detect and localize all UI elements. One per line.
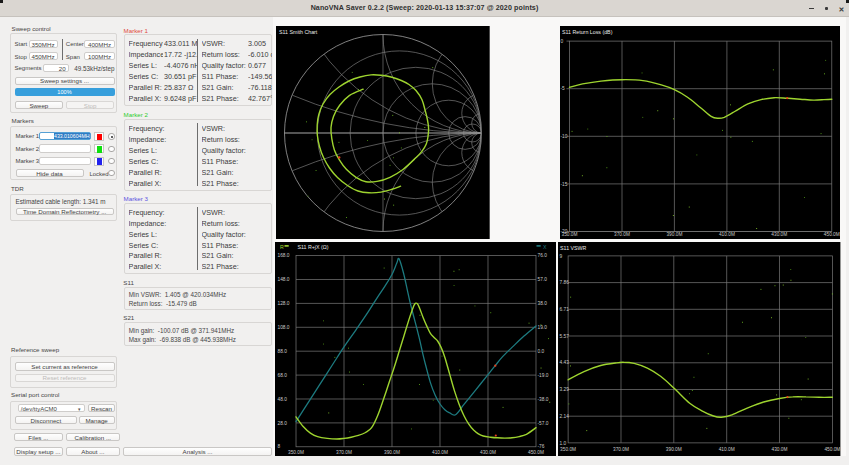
svg-text:9: 9 — [560, 254, 563, 259]
svg-text:S11 R+jX (Ω): S11 R+jX (Ω) — [298, 244, 329, 250]
svg-text:-38.0: -38.0 — [537, 397, 548, 402]
svg-text:-76: -76 — [537, 444, 544, 449]
svg-text:450.0M: 450.0M — [825, 447, 841, 452]
svg-text:-5: -5 — [560, 86, 565, 91]
svg-text:2.14: 2.14 — [560, 414, 570, 419]
svg-text:48.0: 48.0 — [278, 397, 288, 402]
svg-text:S11 VSWR: S11 VSWR — [560, 245, 587, 251]
svg-text:430.0M: 430.0M — [772, 447, 788, 452]
svg-text:76.0: 76.0 — [537, 253, 547, 258]
svg-text:S11 Return Loss (dB): S11 Return Loss (dB) — [562, 28, 613, 34]
svg-text:-57.0: -57.0 — [537, 421, 548, 426]
svg-text:430.0M: 430.0M — [771, 232, 787, 237]
svg-text:350.0M: 350.0M — [561, 232, 577, 237]
svg-text:-10: -10 — [560, 134, 567, 139]
svg-text:390.0M: 390.0M — [666, 232, 682, 237]
svg-text:28.0: 28.0 — [278, 421, 288, 426]
svg-text:-15: -15 — [560, 181, 567, 186]
svg-text:370.0M: 370.0M — [614, 232, 630, 237]
svg-text:108.0: 108.0 — [278, 325, 290, 330]
svg-text:148.0: 148.0 — [278, 277, 290, 282]
svg-text:0: 0 — [560, 38, 563, 43]
svg-text:430.0M: 430.0M — [480, 450, 496, 455]
svg-text:X: X — [543, 244, 547, 250]
svg-text:390.0M: 390.0M — [666, 447, 682, 452]
svg-text:410.0M: 410.0M — [432, 450, 448, 455]
svg-text:350.0M: 350.0M — [561, 447, 577, 452]
svg-text:168.0: 168.0 — [278, 253, 290, 258]
svg-text:3.29: 3.29 — [560, 387, 570, 392]
svg-text:57.0: 57.0 — [537, 277, 547, 282]
svg-text:410.0M: 410.0M — [719, 447, 735, 452]
svg-text:370.0M: 370.0M — [613, 447, 629, 452]
svg-text:6.71: 6.71 — [560, 307, 570, 312]
svg-text:370.0M: 370.0M — [336, 450, 352, 455]
svg-text:8: 8 — [278, 444, 281, 449]
svg-text:-19.0: -19.0 — [537, 373, 548, 378]
svg-text:450.0M: 450.0M — [823, 232, 839, 237]
svg-text:128.0: 128.0 — [278, 301, 290, 306]
svg-text:38.0: 38.0 — [537, 301, 547, 306]
svg-text:7.86: 7.86 — [560, 280, 570, 285]
svg-text:450.0M: 450.0M — [528, 450, 544, 455]
svg-text:19.0: 19.0 — [537, 325, 547, 330]
svg-text:0.0: 0.0 — [537, 349, 544, 354]
svg-text:4.43: 4.43 — [560, 360, 570, 365]
svg-text:R: R — [280, 244, 284, 250]
svg-text:390.0M: 390.0M — [384, 450, 400, 455]
svg-text:410.0M: 410.0M — [718, 232, 734, 237]
svg-text:S11 Smith Chart: S11 Smith Chart — [279, 29, 318, 35]
svg-text:68.0: 68.0 — [278, 373, 288, 378]
svg-text:88.0: 88.0 — [278, 349, 288, 354]
svg-text:5.57: 5.57 — [560, 334, 570, 339]
svg-text:350.0M: 350.0M — [288, 450, 304, 455]
svg-text:1.0: 1.0 — [560, 441, 567, 446]
